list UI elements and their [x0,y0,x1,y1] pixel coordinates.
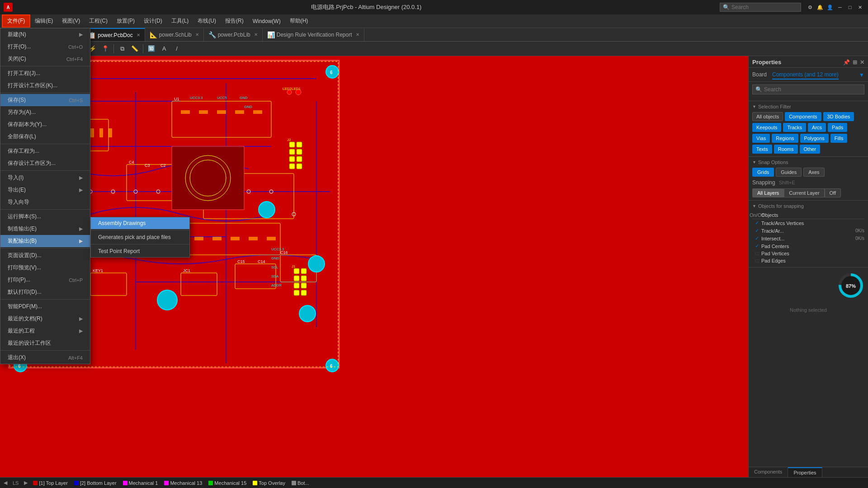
asm-test-point[interactable]: Test Point Report [91,245,189,257]
pad-vertices-checkbox[interactable]: □ [752,251,761,256]
all-layers-snap-btn[interactable]: All Layers [752,188,784,197]
snapping-row-intersect[interactable]: ✓ Intersect... 0K/s [752,235,864,242]
tab-drc[interactable]: 📊 Design Rule Verification Report ✕ [263,28,364,41]
close-drc[interactable]: ✕ [356,32,359,37]
fm-print[interactable]: 打印(P)... Ctrl+P [0,274,90,286]
minimize-button[interactable]: ─ [835,3,844,12]
menu-help[interactable]: 帮助(H) [285,15,313,27]
fm-default-print[interactable]: 默认打印(D)... [0,286,90,298]
fm-close[interactable]: 关闭(C) Ctrl+F4 [0,53,90,65]
menu-edit[interactable]: 编辑(E) [30,15,57,27]
text-tool[interactable]: A [158,43,170,55]
fm-open-project[interactable]: 打开工程(J)... [0,67,90,80]
layer-bot[interactable]: Bot... [289,479,312,487]
filter-icon[interactable]: ▼ [859,72,864,78]
fm-recent-workspaces[interactable]: 最近的设计工作区 [0,337,90,349]
fills-filter-btn[interactable]: Fills [830,134,848,143]
fm-open-workspace[interactable]: 打开设计工作区(K)... [0,80,90,92]
fm-open[interactable]: 打开(O)... Ctrl+O [0,41,90,53]
asm-assembly-drawings[interactable]: Assembly Drawings [91,217,189,229]
snapping-row-track-verts[interactable]: ✓ Track/Arcs Vertices [752,219,864,227]
3d-bodies-filter-btn[interactable]: 3D Bodies [823,112,854,121]
layer-mech15[interactable]: Mechanical 15 [206,479,249,487]
selection-filter-title[interactable]: Selection Filter [752,104,864,109]
menu-tools[interactable]: 工具(L) [167,15,193,27]
fm-save-project[interactable]: 保存工程为... [0,145,90,157]
fm-assembly[interactable]: 装配输出(B) ▶ [0,235,90,247]
other-filter-btn[interactable]: Other [800,145,821,154]
close-button[interactable]: ✕ [855,3,864,12]
tab-pcbdoc[interactable]: 📋 power.PcbDoc ✕ [84,28,145,41]
panel-search-box[interactable]: 🔍 [752,84,864,94]
copy-tool[interactable]: ⧉ [116,43,128,55]
panel-search-input[interactable] [764,86,861,93]
fm-import[interactable]: 导入(I) ▶ [0,172,90,184]
fm-save-as[interactable]: 另存为(A)... [0,106,90,118]
tab-schlib[interactable]: 📐 power.SchLib ✕ [145,28,204,41]
menu-place[interactable]: 放置(P) [112,15,139,27]
menu-window[interactable]: Window(W) [248,16,285,26]
fm-recent-docs[interactable]: 最近的文档(R) ▶ [0,313,90,325]
fm-page-setup[interactable]: 页面设置(D)... [0,249,90,262]
close-pcbdoc[interactable]: ✕ [137,33,140,38]
properties-bottom-tab[interactable]: Properties [788,467,822,477]
rooms-filter-btn[interactable]: Rooms [774,145,798,154]
fm-save-all[interactable]: 全部保存(L) [0,131,90,143]
zoom-tool[interactable]: 🔟 [146,43,157,55]
off-snap-btn[interactable]: Off [825,188,841,197]
track-verts-checkbox[interactable]: ✓ [752,220,761,226]
fm-new[interactable]: 新建(N) ▶ [0,28,90,41]
maximize-button[interactable]: □ [845,3,854,12]
fm-run-script[interactable]: 运行脚本(S)... [0,211,90,223]
pads-filter-btn[interactable]: Pads [828,123,847,132]
search-input[interactable] [731,4,795,10]
tracks-filter-btn[interactable]: Tracks [783,123,806,132]
fm-exit[interactable]: 退出(X) Alt+F4 [0,352,90,364]
fm-smart-pdf[interactable]: 智能PDF(M)... [0,300,90,313]
menu-design[interactable]: 设计(D) [139,15,167,27]
fm-recent-projects[interactable]: 最近的工程 ▶ [0,325,90,337]
fm-export[interactable]: 导出(E) ▶ [0,184,90,196]
snapping-row-pad-vertices[interactable]: □ Pad Vertices [752,250,864,257]
pad-edges-checkbox[interactable]: □ [752,258,761,263]
close-pcblib[interactable]: ✕ [254,32,258,37]
asm-pick-place[interactable]: Generates pick and place files [91,231,189,243]
user-icon[interactable]: 👤 [826,3,835,12]
titlebar-search[interactable]: 🔍 [720,3,801,12]
snapping-row-pad-centers[interactable]: ✓ Pad Centers [752,242,864,250]
keepouts-filter-btn[interactable]: Keepouts [752,123,781,132]
pin-tool[interactable]: 📍 [99,43,111,55]
components-filter-btn[interactable]: Components [785,112,821,121]
fm-save[interactable]: 保存(S) Ctrl+S [0,94,90,106]
panel-close-icon[interactable]: ✕ [860,59,864,66]
snapping-row-track-ar[interactable]: ✓ Track/Ar... 0K/s [752,227,864,235]
menu-file[interactable]: 文件(F) [2,14,30,28]
layer-arrow-left[interactable]: ◀ [2,480,9,486]
layer-ls[interactable]: LS [10,479,21,487]
fm-fabrication[interactable]: 制造输出(E) ▶ [0,223,90,235]
menu-route[interactable]: 布线(U) [193,15,221,27]
components-tab[interactable]: Components (and 12 more) [772,70,839,80]
layer-top-overlay[interactable]: Top Overlay [250,479,288,487]
layer-arrow-right[interactable]: ▶ [22,480,29,486]
snapping-row-pad-edges[interactable]: □ Pad Edges [752,257,864,264]
axes-btn[interactable]: Axes [803,168,824,177]
draw-tool[interactable]: / [171,43,183,55]
fm-print-preview[interactable]: 打印预览(V)... [0,262,90,274]
arcs-filter-btn[interactable]: Arcs [808,123,826,132]
menu-project[interactable]: 工程(C) [85,15,112,27]
menu-report[interactable]: 报告(R) [221,15,248,27]
texts-filter-btn[interactable]: Texts [752,145,772,154]
fm-import-wizard[interactable]: 导入向导 [0,196,90,208]
panel-pin-icon[interactable]: 📌 [843,59,850,66]
snap-options-title[interactable]: Snap Options [752,160,864,165]
measure-tool[interactable]: 📏 [129,43,141,55]
regions-filter-btn[interactable]: Regions [772,134,798,143]
fm-save-workspace[interactable]: 保存设计工作区为... [0,157,90,169]
menu-view[interactable]: 视图(V) [57,15,85,27]
polygons-filter-btn[interactable]: Polygons [800,134,829,143]
bell-icon[interactable]: 🔔 [816,3,825,12]
layer-top[interactable]: [1] Top Layer [30,479,70,487]
components-bottom-tab[interactable]: Components [749,467,788,477]
current-layer-snap-btn[interactable]: Current Layer [784,188,824,197]
